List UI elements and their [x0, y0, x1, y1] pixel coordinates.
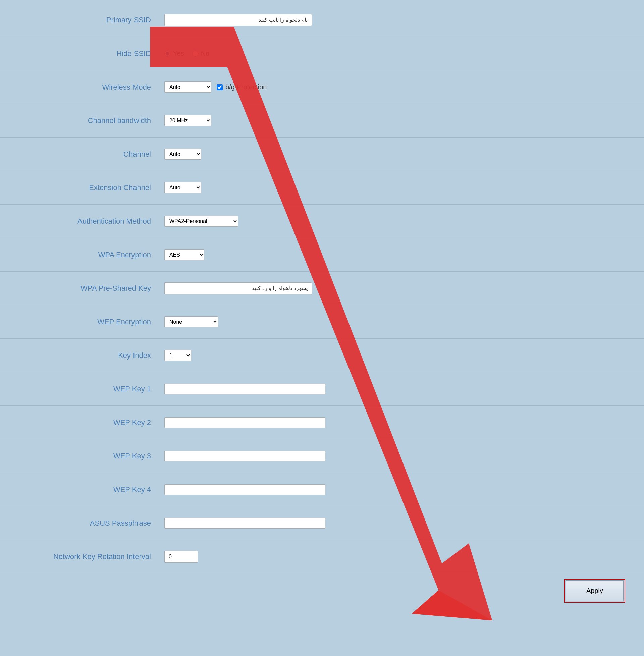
- wep-key4-control: [161, 484, 644, 495]
- auth-method-row: Authentication Method Open System Shared…: [0, 205, 644, 238]
- primary-ssid-input[interactable]: [164, 14, 312, 26]
- wpa-encryption-row: WPA Encryption AES TKIP TKIP+AES: [0, 238, 644, 272]
- channel-bandwidth-row: Channel bandwidth 20 MHz 40 MHz: [0, 104, 644, 138]
- hide-ssid-row: Hide SSID Yes No: [0, 37, 644, 70]
- key-index-label: Key Index: [0, 351, 161, 360]
- wep-key2-control: [161, 417, 644, 428]
- channel-label: Channel: [0, 150, 161, 159]
- wpa-key-control: [161, 282, 644, 295]
- wep-key2-input[interactable]: [164, 417, 325, 428]
- extension-channel-select[interactable]: Auto Above Below: [164, 182, 201, 193]
- hide-ssid-no-text: No: [201, 50, 210, 57]
- channel-bandwidth-control: 20 MHz 40 MHz: [161, 115, 644, 126]
- key-index-select[interactable]: 1 2 3 4: [164, 350, 191, 361]
- wep-encryption-control: None 64-bit 128-bit: [161, 316, 644, 327]
- hide-ssid-radio-group: Yes No: [164, 50, 209, 57]
- wep-encryption-select[interactable]: None 64-bit 128-bit: [164, 316, 218, 327]
- network-key-rotation-input[interactable]: [164, 551, 198, 563]
- wpa-encryption-select[interactable]: AES TKIP TKIP+AES: [164, 249, 204, 260]
- wireless-mode-row: Wireless Mode Auto b only g only n only …: [0, 70, 644, 104]
- network-key-rotation-control: [161, 551, 644, 563]
- wireless-mode-label: Wireless Mode: [0, 83, 161, 92]
- wep-key4-row: WEP Key 4: [0, 473, 644, 507]
- apply-button[interactable]: Apply: [566, 580, 624, 601]
- network-key-rotation-row: Network Key Rotation Interval: [0, 540, 644, 573]
- primary-ssid-row: Primary SSID: [0, 3, 644, 37]
- bg-protection-text: b/g Protection: [225, 83, 267, 91]
- wpa-encryption-control: AES TKIP TKIP+AES: [161, 249, 644, 260]
- asus-passphrase-row: ASUS Passphrase: [0, 507, 644, 540]
- extension-channel-row: Extension Channel Auto Above Below: [0, 171, 644, 205]
- wpa-key-label: WPA Pre-Shared Key: [0, 284, 161, 293]
- channel-row: Channel Auto 1234 5678 91011: [0, 138, 644, 171]
- wpa-key-row: WPA Pre-Shared Key: [0, 272, 644, 305]
- hide-ssid-no-label[interactable]: No: [192, 50, 210, 57]
- channel-bandwidth-label: Channel bandwidth: [0, 116, 161, 125]
- channel-control: Auto 1234 5678 91011: [161, 148, 644, 160]
- wep-key2-row: WEP Key 2: [0, 406, 644, 439]
- wpa-encryption-label: WPA Encryption: [0, 251, 161, 259]
- wep-key3-label: WEP Key 3: [0, 452, 161, 461]
- auth-method-control: Open System Shared Key WPA-Personal WPA2…: [161, 216, 644, 227]
- auth-method-select[interactable]: Open System Shared Key WPA-Personal WPA2…: [164, 216, 238, 227]
- asus-passphrase-control: [161, 518, 644, 529]
- wep-encryption-row: WEP Encryption None 64-bit 128-bit: [0, 305, 644, 339]
- extension-channel-label: Extension Channel: [0, 184, 161, 192]
- wep-key4-label: WEP Key 4: [0, 485, 161, 494]
- apply-row: Apply: [0, 573, 644, 608]
- asus-passphrase-input[interactable]: [164, 518, 325, 529]
- form-container: Primary SSID Hide SSID Yes No Wireless M…: [0, 0, 644, 656]
- wep-key3-input[interactable]: [164, 451, 325, 462]
- hide-ssid-label: Hide SSID: [0, 49, 161, 58]
- channel-select[interactable]: Auto 1234 5678 91011: [164, 148, 201, 160]
- primary-ssid-label: Primary SSID: [0, 16, 161, 24]
- extension-channel-control: Auto Above Below: [161, 182, 644, 193]
- key-index-row: Key Index 1 2 3 4: [0, 339, 644, 372]
- wep-key1-input[interactable]: [164, 384, 325, 394]
- wep-key1-row: WEP Key 1: [0, 372, 644, 406]
- hide-ssid-yes-text: Yes: [173, 50, 184, 57]
- bg-protection-label[interactable]: b/g Protection: [217, 83, 267, 91]
- wireless-mode-select[interactable]: Auto b only g only n only b/g mixed b/g/…: [164, 81, 211, 93]
- wep-key1-label: WEP Key 1: [0, 385, 161, 393]
- asus-passphrase-label: ASUS Passphrase: [0, 519, 161, 528]
- wep-key3-row: WEP Key 3: [0, 439, 644, 473]
- auth-method-label: Authentication Method: [0, 217, 161, 226]
- network-key-rotation-label: Network Key Rotation Interval: [0, 553, 161, 561]
- hide-ssid-control: Yes No: [161, 50, 644, 57]
- hide-ssid-yes-label[interactable]: Yes: [164, 50, 184, 57]
- bg-protection-checkbox[interactable]: [217, 84, 223, 90]
- wep-encryption-label: WEP Encryption: [0, 318, 161, 326]
- wep-key3-control: [161, 451, 644, 462]
- key-index-container: 1 2 3 4: [164, 350, 191, 361]
- wep-key1-control: [161, 384, 644, 394]
- wpa-preshared-key-input[interactable]: [164, 282, 312, 295]
- hide-ssid-no-radio[interactable]: [192, 51, 198, 57]
- wep-key2-label: WEP Key 2: [0, 418, 161, 427]
- wireless-mode-control: Auto b only g only n only b/g mixed b/g/…: [161, 81, 644, 93]
- key-index-control: 1 2 3 4: [161, 350, 644, 361]
- primary-ssid-control: [161, 14, 644, 26]
- channel-bandwidth-select[interactable]: 20 MHz 40 MHz: [164, 115, 211, 126]
- hide-ssid-yes-radio[interactable]: [164, 51, 170, 57]
- wep-key4-input[interactable]: [164, 484, 325, 495]
